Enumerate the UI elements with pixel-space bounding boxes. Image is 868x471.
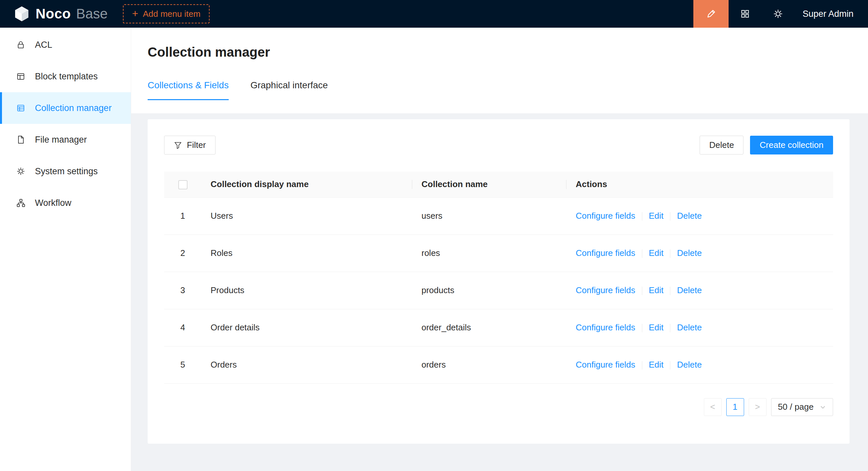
- tab-graphical-interface[interactable]: Graphical interface: [250, 80, 328, 100]
- select-all-checkbox[interactable]: [178, 180, 187, 190]
- delete-link[interactable]: Delete: [677, 211, 702, 221]
- row-index: 1: [164, 197, 202, 235]
- delete-link[interactable]: Delete: [677, 285, 702, 295]
- create-collection-button[interactable]: Create collection: [750, 136, 833, 155]
- main-area: Collection manager Collections & Fields …: [131, 28, 868, 471]
- delete-button[interactable]: Delete: [700, 136, 743, 155]
- sidebar-item-system-settings[interactable]: System settings: [0, 156, 131, 187]
- edit-link[interactable]: Edit: [649, 323, 664, 332]
- page-1-button[interactable]: 1: [726, 398, 744, 416]
- app-root: Noco Base + Add menu item: [0, 0, 868, 471]
- sidebar: ACL Block templates Coll: [0, 28, 131, 471]
- prev-page-button[interactable]: <: [704, 398, 722, 416]
- table-row: 5 Orders orders Configure fieldsEditDele…: [164, 346, 833, 383]
- table-row: 1 Users users Configure fieldsEditDelete: [164, 197, 833, 235]
- row-index: 5: [164, 346, 202, 383]
- action-divider: [670, 361, 670, 370]
- table-row: 3 Products products Configure fieldsEdit…: [164, 272, 833, 309]
- edit-link[interactable]: Edit: [649, 211, 664, 221]
- nocobase-logo-icon: [13, 5, 30, 23]
- action-divider: [642, 249, 642, 258]
- table-body: 1 Users users Configure fieldsEditDelete…: [164, 197, 833, 383]
- table-head: Collection display name Collection name …: [164, 172, 833, 197]
- sidebar-item-file-manager[interactable]: File manager: [0, 124, 131, 156]
- add-menu-item-button[interactable]: + Add menu item: [123, 4, 210, 23]
- action-divider: [642, 212, 642, 221]
- lock-icon: [15, 39, 26, 51]
- top-header: Noco Base + Add menu item: [0, 0, 868, 28]
- cell-display-name: Orders: [202, 346, 412, 383]
- plugin-manager-button[interactable]: [728, 0, 762, 28]
- cell-display-name: Users: [202, 197, 412, 235]
- sidebar-item-label: System settings: [35, 166, 98, 176]
- settings-button[interactable]: [762, 0, 795, 28]
- card-toolbar: Filter Delete Create collection: [164, 136, 833, 155]
- ui-editor-button[interactable]: [693, 0, 728, 28]
- filter-label: Filter: [187, 140, 206, 150]
- configure-fields-link[interactable]: Configure fields: [576, 360, 636, 370]
- content-area: Filter Delete Create collection: [131, 113, 868, 471]
- configure-fields-link[interactable]: Configure fields: [576, 323, 636, 332]
- sidebar-item-collection-manager[interactable]: Collection manager: [0, 92, 131, 124]
- row-index: 3: [164, 272, 202, 309]
- gear-icon: [15, 166, 26, 177]
- cell-actions: Configure fieldsEditDelete: [566, 272, 833, 309]
- filter-button[interactable]: Filter: [164, 136, 216, 155]
- action-divider: [670, 324, 670, 332]
- sidebar-item-label: Collection manager: [35, 103, 112, 113]
- chevron-down-icon: [819, 404, 826, 410]
- delete-link[interactable]: Delete: [677, 248, 702, 258]
- edit-link[interactable]: Edit: [649, 248, 664, 258]
- tab-collections-fields[interactable]: Collections & Fields: [148, 80, 229, 100]
- body-row: ACL Block templates Coll: [0, 28, 868, 471]
- sidebar-item-label: ACL: [35, 40, 52, 50]
- next-page-button[interactable]: >: [749, 398, 767, 416]
- column-header-display-name: Collection display name: [202, 172, 412, 197]
- action-divider: [670, 249, 670, 258]
- page-size-value: 50 / page: [778, 402, 814, 412]
- brand-name-bold: Noco: [36, 6, 71, 22]
- table-row: 4 Order details order_details Configure …: [164, 309, 833, 346]
- plus-icon: +: [132, 8, 138, 19]
- row-index: 2: [164, 235, 202, 272]
- page-size-select[interactable]: 50 / page: [771, 398, 833, 416]
- column-header-collection-name: Collection name: [412, 172, 566, 197]
- user-menu[interactable]: Super Admin: [795, 9, 868, 19]
- configure-fields-link[interactable]: Configure fields: [576, 211, 636, 221]
- brand-name-light: Base: [76, 6, 108, 22]
- edit-link[interactable]: Edit: [649, 360, 664, 370]
- collections-table: Collection display name Collection name …: [164, 172, 833, 384]
- page-title: Collection manager: [148, 45, 851, 60]
- table-row: 2 Roles roles Configure fieldsEditDelete: [164, 235, 833, 272]
- sidebar-item-label: Block templates: [35, 71, 98, 82]
- action-divider: [642, 324, 642, 332]
- delete-link[interactable]: Delete: [677, 323, 702, 332]
- sidebar-item-acl[interactable]: ACL: [0, 29, 131, 61]
- header-actions: Super Admin: [693, 0, 868, 28]
- edit-link[interactable]: Edit: [649, 285, 664, 295]
- cell-actions: Configure fieldsEditDelete: [566, 197, 833, 235]
- select-all-header: [164, 172, 202, 197]
- action-divider: [670, 287, 670, 295]
- sidebar-item-label: File manager: [35, 135, 87, 145]
- sidebar-item-block-templates[interactable]: Block templates: [0, 61, 131, 92]
- cell-actions: Configure fieldsEditDelete: [566, 235, 833, 272]
- delete-link[interactable]: Delete: [677, 360, 702, 370]
- cell-actions: Configure fieldsEditDelete: [566, 309, 833, 346]
- sidebar-item-label: Workflow: [35, 198, 71, 208]
- column-header-actions: Actions: [566, 172, 833, 197]
- block-icon: [15, 71, 26, 82]
- filter-icon: [174, 141, 182, 149]
- cell-collection-name: products: [412, 272, 566, 309]
- grid-icon: [740, 9, 750, 19]
- brand-logo[interactable]: Noco Base: [13, 5, 108, 23]
- add-menu-item-label: Add menu item: [143, 9, 200, 19]
- action-divider: [642, 361, 642, 370]
- configure-fields-link[interactable]: Configure fields: [576, 248, 636, 258]
- cell-display-name: Products: [202, 272, 412, 309]
- collections-card: Filter Delete Create collection: [148, 119, 849, 444]
- configure-fields-link[interactable]: Configure fields: [576, 285, 636, 295]
- sidebar-item-workflow[interactable]: Workflow: [0, 187, 131, 219]
- cell-collection-name: users: [412, 197, 566, 235]
- action-divider: [642, 287, 642, 295]
